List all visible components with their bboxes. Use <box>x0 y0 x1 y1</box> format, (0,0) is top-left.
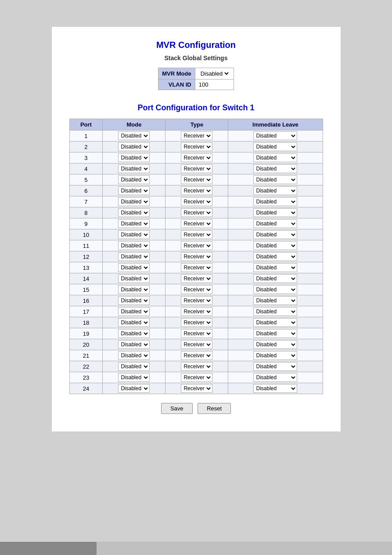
port-mode-select[interactable]: DisabledEnabled <box>118 318 150 327</box>
port-type-select[interactable]: ReceiverSource <box>181 296 212 305</box>
port-immediate-leave-select[interactable]: DisabledEnabled <box>253 274 297 283</box>
port-type-select[interactable]: ReceiverSource <box>181 164 212 173</box>
port-type-select[interactable]: ReceiverSource <box>181 384 212 393</box>
port-immediate-leave-select[interactable]: DisabledEnabled <box>253 230 297 239</box>
bottom-bar-right <box>97 542 392 555</box>
port-immediate-leave-select[interactable]: DisabledEnabled <box>253 362 297 371</box>
page-title: MVR Configuration <box>69 40 323 50</box>
port-immediate-leave-select[interactable]: DisabledEnabled <box>253 373 297 382</box>
port-immediate-leave-select[interactable]: DisabledEnabled <box>253 197 297 206</box>
port-immediate-leave-select[interactable]: DisabledEnabled <box>253 384 297 393</box>
port-type-select[interactable]: ReceiverSource <box>181 307 212 316</box>
port-type-select[interactable]: ReceiverSource <box>181 340 212 349</box>
port-immediate-leave-cell: DisabledEnabled <box>228 383 323 394</box>
port-immediate-leave-select[interactable]: DisabledEnabled <box>253 351 297 360</box>
port-type-select[interactable]: ReceiverSource <box>181 318 212 327</box>
port-mode-select[interactable]: DisabledEnabled <box>118 384 150 393</box>
port-type-select[interactable]: ReceiverSource <box>181 219 212 228</box>
port-mode-select[interactable]: DisabledEnabled <box>118 230 150 239</box>
port-number: 17 <box>69 306 103 317</box>
port-type-select[interactable]: ReceiverSource <box>181 274 212 283</box>
port-type-select[interactable]: ReceiverSource <box>181 142 212 151</box>
mvr-mode-select[interactable]: Disabled Enabled <box>199 70 230 77</box>
port-type-cell: ReceiverSource <box>165 185 228 196</box>
port-mode-select[interactable]: DisabledEnabled <box>118 175 150 184</box>
port-type-select[interactable]: ReceiverSource <box>181 186 212 195</box>
save-button[interactable]: Save <box>161 403 193 414</box>
port-mode-select[interactable]: DisabledEnabled <box>118 285 150 294</box>
port-mode-select[interactable]: DisabledEnabled <box>118 340 150 349</box>
port-type-select[interactable]: ReceiverSource <box>181 362 212 371</box>
port-mode-select[interactable]: DisabledEnabled <box>118 263 150 272</box>
port-immediate-leave-select[interactable]: DisabledEnabled <box>253 307 297 316</box>
port-number: 16 <box>69 295 103 306</box>
port-mode-select[interactable]: DisabledEnabled <box>118 153 150 162</box>
port-mode-cell: DisabledEnabled <box>103 141 165 152</box>
port-mode-cell: DisabledEnabled <box>103 251 165 262</box>
port-type-select[interactable]: ReceiverSource <box>181 208 212 217</box>
port-mode-select[interactable]: DisabledEnabled <box>118 373 150 382</box>
port-mode-select[interactable]: DisabledEnabled <box>118 131 150 140</box>
port-immediate-leave-select[interactable]: DisabledEnabled <box>253 164 297 173</box>
port-mode-select[interactable]: DisabledEnabled <box>118 219 150 228</box>
port-mode-select[interactable]: DisabledEnabled <box>118 164 150 173</box>
port-immediate-leave-select[interactable]: DisabledEnabled <box>253 131 297 140</box>
port-immediate-leave-select[interactable]: DisabledEnabled <box>253 263 297 272</box>
port-type-select[interactable]: ReceiverSource <box>181 329 212 338</box>
reset-button[interactable]: Reset <box>198 403 231 414</box>
port-mode-select[interactable]: DisabledEnabled <box>118 362 150 371</box>
port-number: 24 <box>69 383 103 394</box>
port-mode-select[interactable]: DisabledEnabled <box>118 142 150 151</box>
port-mode-cell: DisabledEnabled <box>103 273 165 284</box>
port-number: 5 <box>69 174 103 185</box>
port-immediate-leave-select[interactable]: DisabledEnabled <box>253 340 297 349</box>
port-type-cell: ReceiverSource <box>165 372 228 383</box>
port-mode-select[interactable]: DisabledEnabled <box>118 197 150 206</box>
port-type-cell: ReceiverSource <box>165 229 228 240</box>
port-type-select[interactable]: ReceiverSource <box>181 153 212 162</box>
port-immediate-leave-select[interactable]: DisabledEnabled <box>253 175 297 184</box>
port-immediate-leave-select[interactable]: DisabledEnabled <box>253 208 297 217</box>
global-section-title: Stack Global Settings <box>69 54 323 62</box>
port-mode-select[interactable]: DisabledEnabled <box>118 296 150 305</box>
vlan-id-input[interactable]: 100 <box>199 81 225 88</box>
port-immediate-leave-select[interactable]: DisabledEnabled <box>253 142 297 151</box>
port-immediate-leave-select[interactable]: DisabledEnabled <box>253 219 297 228</box>
port-type-select[interactable]: ReceiverSource <box>181 175 212 184</box>
port-mode-select[interactable]: DisabledEnabled <box>118 186 150 195</box>
port-type-cell: ReceiverSource <box>165 240 228 251</box>
port-type-select[interactable]: ReceiverSource <box>181 252 212 261</box>
port-immediate-leave-select[interactable]: DisabledEnabled <box>253 252 297 261</box>
port-type-select[interactable]: ReceiverSource <box>181 373 212 382</box>
port-type-cell: ReceiverSource <box>165 163 228 174</box>
port-immediate-leave-select[interactable]: DisabledEnabled <box>253 329 297 338</box>
port-mode-select[interactable]: DisabledEnabled <box>118 307 150 316</box>
table-row: 23DisabledEnabledReceiverSourceDisabledE… <box>69 372 323 383</box>
port-mode-select[interactable]: DisabledEnabled <box>118 274 150 283</box>
table-row: 21DisabledEnabledReceiverSourceDisabledE… <box>69 350 323 361</box>
port-type-cell: ReceiverSource <box>165 251 228 262</box>
port-mode-select[interactable]: DisabledEnabled <box>118 329 150 338</box>
port-type-select[interactable]: ReceiverSource <box>181 241 212 250</box>
port-type-select[interactable]: ReceiverSource <box>181 230 212 239</box>
port-type-select[interactable]: ReceiverSource <box>181 131 212 140</box>
port-mode-select[interactable]: DisabledEnabled <box>118 208 150 217</box>
port-mode-select[interactable]: DisabledEnabled <box>118 351 150 360</box>
port-immediate-leave-select[interactable]: DisabledEnabled <box>253 153 297 162</box>
vlan-id-label: VLAN ID <box>158 80 195 90</box>
port-mode-cell: DisabledEnabled <box>103 339 165 350</box>
table-row: 11DisabledEnabledReceiverSourceDisabledE… <box>69 240 323 251</box>
port-type-select[interactable]: ReceiverSource <box>181 351 212 360</box>
port-type-select[interactable]: ReceiverSource <box>181 285 212 294</box>
port-type-select[interactable]: ReceiverSource <box>181 197 212 206</box>
port-immediate-leave-select[interactable]: DisabledEnabled <box>253 241 297 250</box>
port-immediate-leave-select[interactable]: DisabledEnabled <box>253 285 297 294</box>
port-immediate-leave-select[interactable]: DisabledEnabled <box>253 318 297 327</box>
port-mode-select[interactable]: DisabledEnabled <box>118 252 150 261</box>
port-type-select[interactable]: ReceiverSource <box>181 263 212 272</box>
table-row: 14DisabledEnabledReceiverSourceDisabledE… <box>69 273 323 284</box>
global-settings-table: MVR Mode Disabled Enabled VLAN ID 100 <box>158 68 234 90</box>
port-mode-select[interactable]: DisabledEnabled <box>118 241 150 250</box>
port-immediate-leave-select[interactable]: DisabledEnabled <box>253 186 297 195</box>
port-immediate-leave-select[interactable]: DisabledEnabled <box>253 296 297 305</box>
